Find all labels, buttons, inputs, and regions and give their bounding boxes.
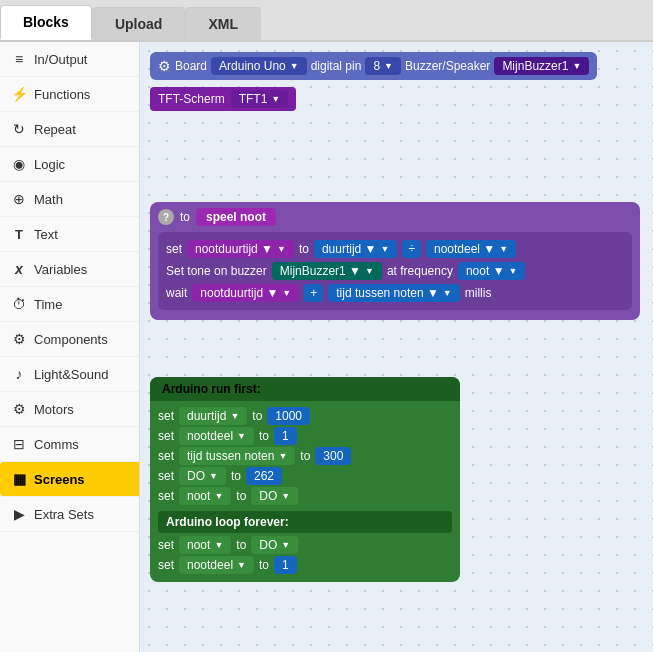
time-icon: ⏱ xyxy=(10,295,28,313)
nootdeel-num: 1 xyxy=(274,427,297,445)
board-label: Board xyxy=(175,59,207,73)
tab-xml[interactable]: XML xyxy=(185,7,261,40)
in-output-icon: ≡ xyxy=(10,50,28,68)
arduino-row-do: set DO to 262 xyxy=(158,467,452,485)
sidebar-item-functions[interactable]: ⚡ Functions xyxy=(0,77,139,112)
nootduurtijd-wait[interactable]: nootduurtijd ▼ xyxy=(192,284,299,302)
sidebar-item-label: Text xyxy=(34,227,58,242)
sidebar-item-in-output[interactable]: ≡ In/Output xyxy=(0,42,139,77)
sidebar-item-label: Motors xyxy=(34,402,74,417)
fn-inner-block: set nootduurtijd ▼ to duurtijd ▼ ÷ nootd… xyxy=(158,232,632,310)
arduino-first-body: set duurtijd to 1000 set nootdeel to 1 s… xyxy=(150,401,460,582)
to-label: to xyxy=(259,558,269,572)
sidebar-item-extra-sets[interactable]: ▶ Extra Sets xyxy=(0,497,139,532)
math-icon: ⊕ xyxy=(10,190,28,208)
arduino-loop-row-nootdeel: set nootdeel to 1 xyxy=(158,556,452,574)
board-name-dropdown[interactable]: Arduino Uno xyxy=(211,57,307,75)
nootdeel-val[interactable]: nootdeel ▼ xyxy=(426,240,516,258)
duurtijd-val[interactable]: duurtijd ▼ xyxy=(314,240,398,258)
to-label: to xyxy=(236,538,246,552)
fn-row-3: wait nootduurtijd ▼ + tijd tussen noten … xyxy=(166,284,624,302)
sidebar-item-label: Math xyxy=(34,192,63,207)
arduino-row-noot: set noot to DO xyxy=(158,487,452,505)
digital-pin-label: digital pin xyxy=(311,59,362,73)
set-label: set xyxy=(158,469,174,483)
sidebar-item-label: Comms xyxy=(34,437,79,452)
buzzer-val[interactable]: MijnBuzzer1 ▼ xyxy=(272,262,382,280)
fn-row-1: set nootduurtijd ▼ to duurtijd ▼ ÷ nootd… xyxy=(166,240,624,258)
sidebar-item-logic[interactable]: ◉ Logic xyxy=(0,147,139,182)
tab-blocks[interactable]: Blocks xyxy=(0,5,92,40)
top-tabs: Blocks Upload XML xyxy=(0,0,653,42)
divide-op: ÷ xyxy=(402,240,421,258)
tft-name-dropdown[interactable]: TFT1 xyxy=(231,90,289,108)
logic-icon: ◉ xyxy=(10,155,28,173)
sidebar-item-label: Time xyxy=(34,297,62,312)
sidebar-item-label: Extra Sets xyxy=(34,507,94,522)
sidebar-item-comms[interactable]: ⊟ Comms xyxy=(0,427,139,462)
sidebar-item-label: In/Output xyxy=(34,52,87,67)
set-label: set xyxy=(158,429,174,443)
fn-row-2: Set tone on buzzer MijnBuzzer1 ▼ at freq… xyxy=(166,262,624,280)
tijd-var[interactable]: tijd tussen noten xyxy=(179,447,295,465)
components-icon: ⚙ xyxy=(10,330,28,348)
noot-do-val[interactable]: DO xyxy=(251,487,298,505)
tijd-val[interactable]: tijd tussen noten ▼ xyxy=(328,284,460,302)
duurtijd-num: 1000 xyxy=(267,407,310,425)
arduino-row-duurtijd: set duurtijd to 1000 xyxy=(158,407,452,425)
buzzer-label: Buzzer/Speaker xyxy=(405,59,490,73)
nootdeel-var[interactable]: nootdeel xyxy=(179,427,254,445)
set-label: set xyxy=(158,409,174,423)
buzzer-name-dropdown[interactable]: MijnBuzzer1 xyxy=(494,57,589,75)
noot-val[interactable]: noot ▼ xyxy=(458,262,526,280)
board-block-group: ⚙ Board Arduino Uno digital pin 8 Buzzer… xyxy=(150,52,597,111)
sidebar-item-label: Functions xyxy=(34,87,90,102)
loop-nootdeel-var[interactable]: nootdeel xyxy=(179,556,254,574)
to-label-1: to xyxy=(299,242,309,256)
noot-var[interactable]: noot xyxy=(179,487,231,505)
plus-op: + xyxy=(304,284,323,302)
sidebar-item-motors[interactable]: ⚙ Motors xyxy=(0,392,139,427)
sidebar-item-math[interactable]: ⊕ Math xyxy=(0,182,139,217)
loop-noot-do-val[interactable]: DO xyxy=(251,536,298,554)
light-sound-icon: ♪ xyxy=(10,365,28,383)
to-label: to xyxy=(231,469,241,483)
sidebar-item-variables[interactable]: x Variables xyxy=(0,252,139,287)
arduino-loop-row-noot: set noot to DO xyxy=(158,536,452,554)
main-layout: ≡ In/Output ⚡ Functions ↻ Repeat ◉ Logic… xyxy=(0,42,653,652)
do-var[interactable]: DO xyxy=(179,467,226,485)
tft-block: TFT-Scherm TFT1 xyxy=(150,87,296,111)
arduino-first-block: Arduino run first: set duurtijd to 1000 … xyxy=(150,377,460,582)
sidebar-item-time[interactable]: ⏱ Time xyxy=(0,287,139,322)
millis-label: millis xyxy=(465,286,492,300)
set-label-1: set xyxy=(166,242,182,256)
wait-label: wait xyxy=(166,286,187,300)
do-num: 262 xyxy=(246,467,282,485)
tab-upload[interactable]: Upload xyxy=(92,7,185,40)
repeat-icon: ↻ xyxy=(10,120,28,138)
sidebar-item-screens[interactable]: ▦ Screens xyxy=(0,462,139,497)
nootduurtijd-var[interactable]: nootduurtijd ▼ xyxy=(187,240,294,258)
motors-icon: ⚙ xyxy=(10,400,28,418)
sidebar-item-label: Components xyxy=(34,332,108,347)
sidebar-item-label: Logic xyxy=(34,157,65,172)
gear-icon: ⚙ xyxy=(158,58,171,74)
duurtijd-var[interactable]: duurtijd xyxy=(179,407,247,425)
tijd-num: 300 xyxy=(315,447,351,465)
to-label: to xyxy=(180,210,190,224)
fn-name: speel noot xyxy=(196,208,276,226)
canvas: ⚙ Board Arduino Uno digital pin 8 Buzzer… xyxy=(140,42,653,652)
sidebar-item-repeat[interactable]: ↻ Repeat xyxy=(0,112,139,147)
sidebar-item-label: Light&Sound xyxy=(34,367,108,382)
sidebar-item-components[interactable]: ⚙ Components xyxy=(0,322,139,357)
sidebar: ≡ In/Output ⚡ Functions ↻ Repeat ◉ Logic… xyxy=(0,42,140,652)
loop-noot-var[interactable]: noot xyxy=(179,536,231,554)
fn-block: ? to speel noot set nootduurtijd ▼ to du… xyxy=(150,202,640,320)
functions-icon: ⚡ xyxy=(10,85,28,103)
sidebar-item-text[interactable]: T Text xyxy=(0,217,139,252)
arduino-row-tijd: set tijd tussen noten to 300 xyxy=(158,447,452,465)
sidebar-item-light-sound[interactable]: ♪ Light&Sound xyxy=(0,357,139,392)
variables-icon: x xyxy=(10,260,28,278)
arduino-row-nootdeel: set nootdeel to 1 xyxy=(158,427,452,445)
pin-value-dropdown[interactable]: 8 xyxy=(365,57,401,75)
